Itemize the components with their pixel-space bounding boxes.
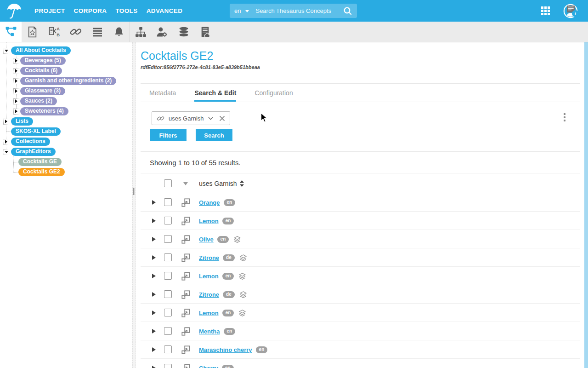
tree-item-grapheditors[interactable]: GraphEditors xyxy=(11,148,56,156)
tree-item-skos-xl-label[interactable]: SKOS-XL Label xyxy=(11,127,61,136)
search-icon[interactable] xyxy=(343,6,352,16)
expand-row-icon[interactable] xyxy=(152,200,156,205)
filter-chip[interactable]: uses Garnish xyxy=(152,111,230,125)
sitemap-button[interactable] xyxy=(130,22,151,42)
row-checkbox[interactable] xyxy=(164,309,172,316)
row-checkbox[interactable] xyxy=(164,217,172,224)
row-checkbox[interactable] xyxy=(164,327,172,335)
expand-row-icon[interactable] xyxy=(152,329,156,334)
tree-expander-closed[interactable] xyxy=(13,58,19,64)
concept-link[interactable]: Lemon xyxy=(199,273,219,280)
row-checkbox[interactable] xyxy=(164,364,172,368)
tree-item-lists[interactable]: Lists xyxy=(11,117,33,126)
database-button[interactable] xyxy=(173,22,194,42)
tree-expander-closed[interactable] xyxy=(13,78,19,84)
tab-configuration[interactable]: Configuration xyxy=(254,84,293,102)
apps-grid-icon[interactable] xyxy=(541,6,550,15)
close-icon[interactable] xyxy=(219,115,225,121)
tree-item-cocktails-ge[interactable]: Cocktails GE xyxy=(18,158,62,166)
info-panel-button[interactable]: i xyxy=(566,5,577,15)
search-language-selector[interactable]: en xyxy=(234,7,241,14)
tree-item-sweeteners-4[interactable]: Sweeteners (4) xyxy=(20,107,68,115)
search-button[interactable]: Search xyxy=(196,129,232,141)
tree-item-cocktails-6[interactable]: Cocktails (6) xyxy=(20,67,62,75)
tree-item-cocktails-ge2[interactable]: Cocktails GE2 xyxy=(18,168,65,176)
concept-link[interactable]: Lemon xyxy=(199,310,219,316)
graph-editor-button[interactable] xyxy=(0,22,22,42)
open-in-graph-icon[interactable] xyxy=(181,327,191,336)
tree-expander-open[interactable] xyxy=(3,149,9,155)
expand-row-icon[interactable] xyxy=(152,366,156,368)
row-checkbox[interactable] xyxy=(164,272,172,280)
tree-expander-closed[interactable] xyxy=(13,68,19,74)
document-star-button[interactable] xyxy=(22,22,43,42)
tree-item-garnish-and-other-ingredients-2[interactable]: Garnish and other ingredients (2) xyxy=(20,77,116,85)
menu-item-project[interactable]: PROJECT xyxy=(34,7,65,14)
row-checkbox[interactable] xyxy=(164,290,172,298)
concept-link[interactable]: Orange xyxy=(199,199,220,206)
umbrella-logo-icon[interactable] xyxy=(6,2,23,20)
tree-expander-closed[interactable] xyxy=(13,109,19,115)
chevron-down-icon[interactable] xyxy=(245,10,249,12)
open-in-graph-icon[interactable] xyxy=(181,271,191,281)
expand-row-icon[interactable] xyxy=(152,218,156,223)
tree-expander-closed[interactable] xyxy=(13,98,19,104)
open-in-graph-icon[interactable] xyxy=(181,308,191,318)
tree-item-all-about-cocktails[interactable]: All About Cocktails xyxy=(11,46,71,55)
row-checkbox[interactable] xyxy=(164,345,172,353)
concept-link[interactable]: Cherry xyxy=(199,365,218,368)
row-checkbox[interactable] xyxy=(164,235,172,243)
language-badge: en xyxy=(222,365,234,368)
link-button[interactable] xyxy=(65,22,86,42)
tab-metadata[interactable]: Metadata xyxy=(149,84,176,102)
topbar-menu: PROJECTCORPORATOOLSADVANCED xyxy=(34,0,182,22)
sort-icon[interactable] xyxy=(240,180,244,187)
open-in-graph-icon[interactable] xyxy=(181,216,191,226)
open-in-graph-icon[interactable] xyxy=(181,235,191,244)
tree-item-beverages-5[interactable]: Beverages (5) xyxy=(20,57,66,65)
tree-item-sauces-2[interactable]: Sauces (2) xyxy=(20,97,57,105)
filters-button[interactable]: Filters xyxy=(150,129,187,141)
open-in-graph-icon[interactable] xyxy=(181,363,191,368)
tree-expander-closed[interactable] xyxy=(3,139,9,145)
open-in-graph-icon[interactable] xyxy=(181,253,191,263)
open-in-graph-icon[interactable] xyxy=(181,198,191,207)
concept-link[interactable]: Zitrone xyxy=(199,254,219,261)
vertical-scrollbar[interactable] xyxy=(584,42,588,368)
tree-expander-closed[interactable] xyxy=(3,119,9,125)
expand-row-icon[interactable] xyxy=(152,274,156,278)
thesaurus-search-input[interactable] xyxy=(255,7,341,14)
server-button[interactable] xyxy=(194,22,216,42)
open-in-graph-icon[interactable] xyxy=(181,345,191,355)
menu-item-corpora[interactable]: CORPORA xyxy=(74,7,107,14)
expand-row-icon[interactable] xyxy=(152,310,156,315)
concept-link[interactable]: Zitrone xyxy=(199,291,219,298)
select-all-checkbox[interactable] xyxy=(164,179,172,187)
list-button[interactable] xyxy=(86,22,108,42)
panel-splitter[interactable] xyxy=(132,42,136,368)
tree-item-collections[interactable]: Collections xyxy=(11,138,50,146)
tree-item-glassware-3[interactable]: Glassware (3) xyxy=(20,87,65,95)
concept-link[interactable]: Maraschino cherry xyxy=(199,346,252,353)
concept-link[interactable]: Lemon xyxy=(199,218,219,224)
bulk-actions-dropdown-icon[interactable] xyxy=(183,182,188,185)
row-checkbox[interactable] xyxy=(164,253,172,261)
concept-link[interactable]: Mentha xyxy=(199,328,220,335)
expand-row-icon[interactable] xyxy=(152,292,156,297)
expand-row-icon[interactable] xyxy=(152,237,156,242)
row-checkbox[interactable] xyxy=(164,198,172,206)
expand-row-icon[interactable] xyxy=(152,347,156,352)
chevron-down-icon[interactable] xyxy=(208,117,213,120)
concept-link[interactable]: Olive xyxy=(199,236,214,243)
menu-item-tools[interactable]: TOOLS xyxy=(115,7,137,14)
menu-item-advanced[interactable]: ADVANCED xyxy=(147,7,183,14)
document-compare-button[interactable]: AB xyxy=(43,22,65,42)
notifications-button[interactable] xyxy=(108,22,130,42)
tree-expander-closed[interactable] xyxy=(13,88,19,94)
more-options-button[interactable] xyxy=(561,112,568,122)
user-settings-button[interactable] xyxy=(151,22,173,42)
tree-expander-open[interactable] xyxy=(3,48,9,54)
expand-row-icon[interactable] xyxy=(152,255,156,260)
tab-search-edit[interactable]: Search & Edit xyxy=(194,84,236,102)
open-in-graph-icon[interactable] xyxy=(181,290,191,299)
